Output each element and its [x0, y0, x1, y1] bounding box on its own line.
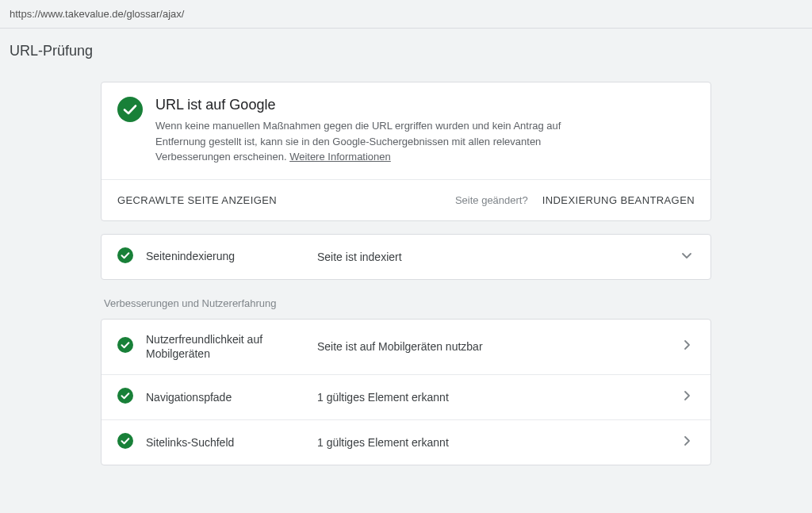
check-circle-icon — [117, 388, 133, 407]
indexing-row[interactable]: Seitenindexierung Seite ist indexiert — [102, 235, 710, 279]
svg-point-1 — [117, 247, 133, 263]
chevron-right-icon — [679, 433, 695, 452]
svg-point-2 — [117, 337, 133, 353]
enhancement-row-breadcrumbs[interactable]: Navigationspfade 1 gültiges Element erka… — [102, 374, 710, 419]
indexing-value: Seite ist indexiert — [317, 251, 666, 263]
enhancement-value: 1 gültiges Element erkannt — [317, 391, 666, 404]
check-circle-icon — [117, 247, 133, 266]
chevron-right-icon — [679, 337, 695, 356]
check-circle-icon — [117, 337, 133, 356]
indexing-card: Seitenindexierung Seite ist indexiert — [101, 234, 711, 280]
url-bar: https://www.takevalue.de/glossar/ajax/ — [0, 0, 812, 28]
enhancement-label: Navigationspfade — [146, 390, 304, 405]
enhancements-heading: Verbesserungen und Nutzererfahrung — [104, 297, 711, 309]
status-card: URL ist auf Google Wenn keine manuellen … — [101, 82, 711, 221]
enhancement-label: Sitelinks-Suchfeld — [146, 435, 304, 450]
action-row: GECRAWLTE SEITE ANZEIGEN Seite geändert?… — [102, 180, 710, 220]
page-title: URL-Prüfung — [0, 29, 812, 59]
enhancement-value: 1 gültiges Element erkannt — [317, 436, 666, 449]
check-circle-icon — [117, 433, 133, 452]
enhancement-row-mobile-usability[interactable]: Nutzerfreundlichkeit auf Mobilgeräten Se… — [102, 320, 710, 375]
more-info-link[interactable]: Weitere Informationen — [289, 151, 391, 163]
page-changed-hint: Seite geändert? — [455, 194, 528, 206]
chevron-down-icon — [679, 247, 695, 266]
svg-point-3 — [117, 388, 133, 404]
request-indexing-button[interactable]: INDEXIERUNG BEANTRAGEN — [542, 194, 695, 206]
status-title: URL ist auf Google — [155, 97, 695, 113]
status-header: URL ist auf Google Wenn keine manuellen … — [102, 82, 710, 179]
svg-point-0 — [117, 97, 143, 122]
check-circle-icon — [117, 97, 143, 125]
enhancement-row-sitelinks-searchbox[interactable]: Sitelinks-Suchfeld 1 gültiges Element er… — [102, 419, 710, 465]
svg-point-4 — [117, 433, 133, 449]
status-description: Wenn keine manuellen Maßnahmen gegen die… — [155, 118, 568, 165]
enhancements-group: Nutzerfreundlichkeit auf Mobilgeräten Se… — [101, 319, 711, 466]
enhancement-label: Nutzerfreundlichkeit auf Mobilgeräten — [146, 332, 304, 362]
enhancement-value: Seite ist auf Mobilgeräten nutzbar — [317, 340, 666, 353]
view-crawled-page-button[interactable]: GECRAWLTE SEITE ANZEIGEN — [117, 194, 277, 206]
chevron-right-icon — [679, 388, 695, 407]
indexing-label: Seitenindexierung — [146, 249, 304, 264]
main-content: URL ist auf Google Wenn keine manuellen … — [101, 82, 711, 465]
